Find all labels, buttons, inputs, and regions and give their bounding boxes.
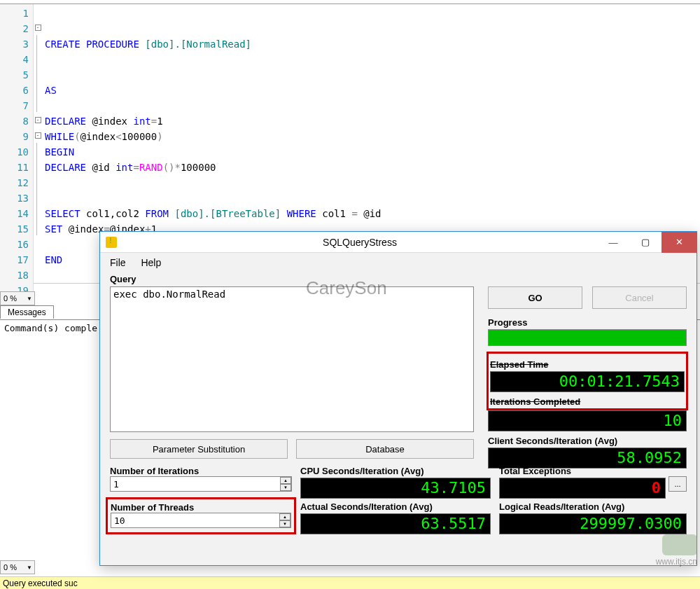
- minimize-button[interactable]: —: [597, 232, 629, 253]
- elapsed-time-value: 00:01:21.7543: [490, 371, 685, 392]
- menu-help[interactable]: Help: [141, 257, 161, 268]
- fold-icon[interactable]: -: [35, 132, 41, 139]
- maximize-button[interactable]: ▢: [629, 232, 662, 253]
- app-icon: [106, 237, 117, 248]
- messages-tab[interactable]: Messages: [0, 305, 54, 319]
- status-bar: Query executed suc: [0, 576, 700, 589]
- fold-column[interactable]: - - -: [34, 4, 42, 235]
- cancel-button[interactable]: Cancel: [592, 286, 687, 309]
- go-button[interactable]: GO: [488, 286, 582, 309]
- actual-seconds-label: Actual Seconds/Iteration (Avg): [300, 501, 491, 512]
- sqlquerystress-window: SQLQueryStress — ▢ ✕ File Help Query exe…: [99, 231, 697, 566]
- elapsed-time-label: Elapsed Time: [490, 359, 685, 370]
- zoom-dropdown[interactable]: 0 %▼: [0, 291, 35, 305]
- fold-icon[interactable]: -: [35, 25, 41, 31]
- progress-bar: [488, 329, 687, 346]
- zoom-dropdown[interactable]: 0 %▼: [0, 560, 35, 574]
- menu-file[interactable]: File: [110, 257, 126, 268]
- close-button[interactable]: ✕: [662, 232, 696, 253]
- cpu-seconds-label: CPU Seconds/Iteration (Avg): [300, 466, 491, 476]
- logical-reads-label: Logical Reads/Iteration (Avg): [499, 501, 687, 512]
- query-textarea[interactable]: exec dbo.NormalRead: [110, 286, 474, 432]
- fold-icon[interactable]: -: [35, 117, 41, 123]
- iterations-completed-label: Iterations Completed: [490, 396, 685, 407]
- number-of-threads-label: Number of Threads: [111, 502, 291, 513]
- total-exceptions-label: Total Exceptions: [499, 466, 687, 476]
- number-of-iterations-label: Number of Iterations: [110, 466, 292, 476]
- spinner-icon[interactable]: ▲▼: [280, 477, 291, 491]
- menu-bar: File Help: [100, 253, 696, 272]
- window-title: SQLQueryStress: [122, 237, 597, 248]
- total-exceptions-value: 0: [499, 478, 666, 499]
- cpu-seconds-value: 43.7105: [300, 478, 491, 499]
- exceptions-details-button[interactable]: ...: [668, 476, 687, 492]
- spinner-icon[interactable]: ▲▼: [279, 513, 290, 527]
- number-of-iterations-input[interactable]: [110, 476, 292, 492]
- progress-label: Progress: [488, 317, 687, 328]
- chevron-down-icon: ▼: [27, 296, 34, 302]
- iterations-completed-value: 10: [488, 410, 687, 431]
- logical-reads-value: 299997.0300: [499, 513, 687, 534]
- parameter-substitution-button[interactable]: Parameter Substitution: [110, 439, 288, 459]
- results-tabs: Messages: [0, 305, 54, 319]
- client-seconds-label: Client Seconds/Iteration (Avg): [488, 436, 687, 446]
- actual-seconds-value: 63.5517: [300, 513, 491, 534]
- database-button[interactable]: Database: [296, 439, 474, 459]
- chevron-down-icon: ▼: [27, 564, 34, 571]
- query-label: Query: [110, 274, 687, 284]
- number-of-threads-input[interactable]: [111, 513, 291, 528]
- title-bar[interactable]: SQLQueryStress — ▢ ✕: [100, 232, 696, 253]
- line-number-gutter: 12345678910111213141516171819: [0, 4, 34, 300]
